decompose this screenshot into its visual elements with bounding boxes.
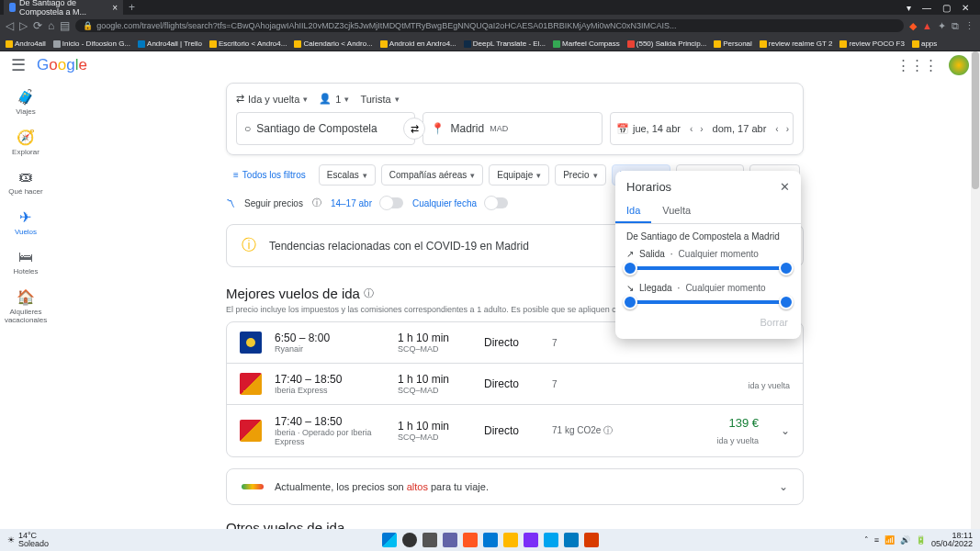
menu-icon[interactable]: ⋮ bbox=[964, 20, 974, 32]
app-icon[interactable] bbox=[483, 533, 498, 547]
class-select[interactable]: Turista▾ bbox=[360, 94, 399, 105]
maximize-button[interactable]: ▢ bbox=[942, 3, 951, 13]
tray-chevron-icon[interactable]: ˄ bbox=[864, 535, 869, 545]
bookmark-item[interactable]: Android en Andro4... bbox=[380, 39, 456, 48]
search-icon[interactable] bbox=[402, 533, 417, 547]
volume-icon[interactable]: 🔊 bbox=[900, 535, 910, 545]
filter-escalas[interactable]: Escalas▾ bbox=[319, 164, 376, 186]
bookmark-item[interactable]: Personal bbox=[714, 39, 752, 48]
flight-row[interactable]: 17:40 – 18:50Iberia · Operado por Iberia… bbox=[227, 405, 803, 456]
flight-row[interactable]: 17:40 – 18:50Iberia Express 1 h 10 minSC… bbox=[227, 364, 803, 405]
app-icon[interactable] bbox=[564, 533, 579, 547]
home-button[interactable]: ⌂ bbox=[48, 19, 54, 32]
bookmark-item[interactable]: Marfeel Compass bbox=[553, 39, 620, 48]
popover-tab-vuelta[interactable]: Vuelta bbox=[651, 199, 702, 223]
forward-button[interactable]: ▷ bbox=[19, 19, 28, 32]
hamburger-icon[interactable]: ☰ bbox=[11, 55, 26, 75]
expand-icon[interactable]: ⌄ bbox=[779, 480, 788, 493]
extensions-button[interactable]: ✦ bbox=[938, 20, 946, 32]
bookmark-item[interactable]: apps bbox=[912, 39, 937, 48]
pin-icon: 📍 bbox=[431, 122, 445, 135]
battery-icon[interactable]: 🔋 bbox=[916, 535, 926, 545]
filter-equipaje[interactable]: Equipaje▾ bbox=[489, 164, 549, 186]
app-icon[interactable] bbox=[584, 533, 599, 547]
bookmark-item[interactable]: Andro4all | Trello bbox=[138, 39, 202, 48]
track-dates[interactable]: 14–17 abr bbox=[331, 198, 372, 208]
app-icon[interactable] bbox=[463, 533, 478, 547]
track-any-date[interactable]: Cualquier fecha bbox=[412, 198, 477, 208]
price-alert[interactable]: Actualmente, los precios son altos para … bbox=[226, 468, 804, 505]
scrollbar[interactable] bbox=[971, 51, 980, 529]
clear-button[interactable]: Borrar bbox=[615, 313, 801, 332]
app-icon[interactable] bbox=[503, 533, 518, 547]
google-logo[interactable]: Google bbox=[37, 56, 87, 74]
date-back-input[interactable]: dom, 17 abr bbox=[707, 113, 772, 144]
avatar[interactable] bbox=[949, 55, 969, 75]
browser-tab[interactable]: De Santiago de Compostela a M... × bbox=[4, 0, 123, 18]
arrival-slider[interactable] bbox=[628, 300, 788, 304]
url-bar[interactable]: 🔒 google.com/travel/flights/search?tfs=C… bbox=[75, 19, 904, 32]
track-any-toggle[interactable] bbox=[486, 197, 508, 208]
tabs-icon[interactable]: ▤ bbox=[60, 19, 70, 32]
bookmark-item[interactable]: (550) Salida Princip... bbox=[627, 39, 706, 48]
minimize-icon[interactable]: ▾ bbox=[907, 3, 911, 13]
info-icon[interactable]: ⓘ bbox=[364, 287, 374, 300]
date-prev-button[interactable]: ‹ bbox=[772, 113, 782, 144]
bed-icon: 🛏 bbox=[18, 249, 33, 265]
close-tab-icon[interactable]: × bbox=[112, 3, 118, 13]
person-icon: 👤 bbox=[319, 93, 332, 105]
date-prev-button[interactable]: ‹ bbox=[686, 113, 696, 144]
filter-all[interactable]: ≡Todos los filtros bbox=[226, 165, 313, 185]
nav-hoteles[interactable]: 🛏Hoteles bbox=[13, 249, 38, 276]
departure-slider[interactable] bbox=[628, 266, 788, 270]
date-next-button[interactable]: › bbox=[696, 113, 706, 144]
chevron-down-icon: ▾ bbox=[395, 95, 400, 104]
taskview-icon[interactable] bbox=[422, 533, 437, 547]
start-button[interactable] bbox=[382, 533, 397, 547]
minimize-button[interactable]: — bbox=[922, 3, 931, 13]
reload-button[interactable]: ⟳ bbox=[33, 19, 42, 32]
bookmark-item[interactable]: Calendario < Andro... bbox=[294, 39, 372, 48]
bookmark-item[interactable]: DeepL Translate - El... bbox=[464, 39, 546, 48]
close-popover-button[interactable]: ✕ bbox=[780, 180, 790, 194]
info-icon[interactable]: ⓘ bbox=[312, 197, 321, 209]
nav-alquileres[interactable]: 🏠Alquileres vacacionales bbox=[0, 288, 51, 324]
date-next-button[interactable]: › bbox=[783, 113, 793, 144]
bookmark-item[interactable]: review POCO F3 bbox=[839, 39, 904, 48]
new-tab-button[interactable]: + bbox=[129, 1, 135, 14]
filter-precio[interactable]: Precio▾ bbox=[555, 164, 605, 186]
nav-explorar[interactable]: 🧭Explorar bbox=[12, 129, 39, 156]
date-out-input[interactable]: 📅jue, 14 abr bbox=[611, 113, 686, 144]
nav-que-hacer[interactable]: 🎟Qué hacer bbox=[8, 169, 42, 196]
bookmark-item[interactable]: Inicio - Difoosion G... bbox=[53, 39, 130, 48]
popover-tab-ida[interactable]: Ida bbox=[615, 199, 651, 223]
ext-icon[interactable]: ▲ bbox=[922, 20, 932, 32]
back-button[interactable]: ◁ bbox=[6, 19, 14, 32]
tray-icon[interactable]: ≡ bbox=[874, 535, 879, 545]
trip-type-select[interactable]: ⇄Ida y vuelta▾ bbox=[236, 93, 308, 105]
passengers-select[interactable]: 👤1▾ bbox=[319, 93, 349, 105]
google-apps-icon[interactable]: ⋮⋮⋮ bbox=[896, 57, 938, 73]
app-icon[interactable] bbox=[443, 533, 457, 547]
wifi-icon[interactable]: 📶 bbox=[884, 535, 895, 545]
nav-viajes[interactable]: 🧳Viajes bbox=[16, 88, 36, 116]
track-dates-toggle[interactable] bbox=[381, 197, 403, 208]
expand-icon[interactable]: ⌄ bbox=[781, 424, 790, 437]
nav-vuelos[interactable]: ✈Vuelos bbox=[15, 208, 37, 236]
bookmark-item[interactable]: Escritorio < Andro4... bbox=[209, 39, 287, 48]
bookmark-star-icon[interactable]: ⧉ bbox=[952, 20, 959, 32]
destination-input[interactable]: 📍MadridMAD bbox=[423, 113, 601, 144]
date[interactable]: 05/04/2022 bbox=[931, 540, 973, 548]
bookmark-item[interactable]: Andro4all bbox=[6, 39, 46, 48]
weather-widget[interactable]: ☀ 14°CSoleado bbox=[7, 532, 49, 548]
app-icon[interactable] bbox=[544, 533, 558, 547]
ext-icon[interactable]: ◆ bbox=[909, 20, 917, 32]
window-controls: ▾ — ▢ ✕ bbox=[907, 3, 976, 13]
swap-locations-button[interactable]: ⇄ bbox=[403, 118, 425, 140]
bookmark-item[interactable]: review realme GT 2 bbox=[760, 39, 833, 48]
filter-companias[interactable]: Compañías aéreas▾ bbox=[381, 164, 484, 186]
close-window-button[interactable]: ✕ bbox=[962, 3, 969, 13]
app-icon[interactable] bbox=[524, 533, 538, 547]
luggage-icon: 🧳 bbox=[17, 88, 35, 106]
origin-input[interactable]: ○Santiago de Compostela bbox=[237, 113, 414, 144]
